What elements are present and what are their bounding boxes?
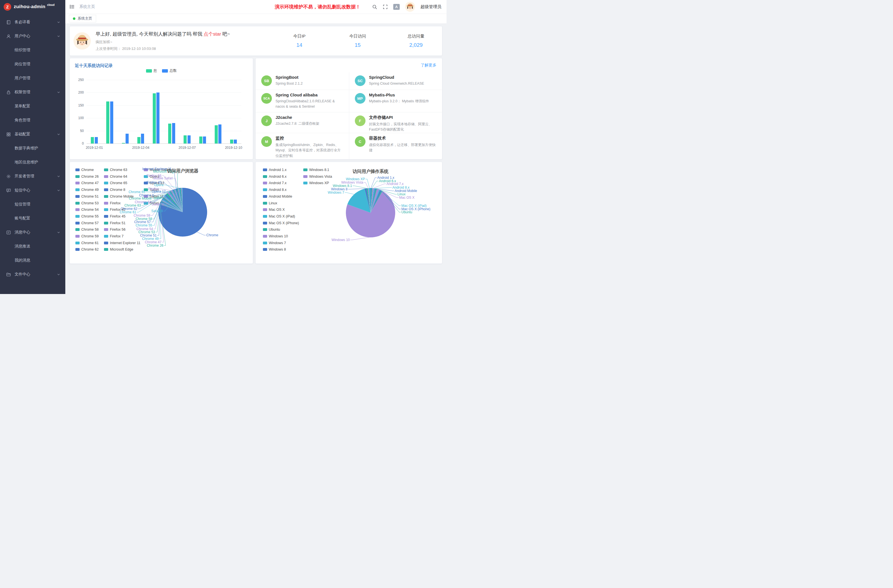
legend-item[interactable]: Chrome 57 — [75, 221, 99, 225]
legend-item[interactable]: Chrome Mobile — [104, 194, 134, 199]
legend-label: Safari 11 — [150, 194, 164, 199]
legend-item[interactable]: Chrome 63 — [104, 168, 127, 172]
legend-item[interactable]: Android Mobile — [263, 194, 292, 199]
sidebar-subitem[interactable]: 菜单配置 — [0, 99, 65, 113]
legend-swatch — [263, 215, 267, 218]
tech-item-text: J2cacheJ2cache2.7.8: 二级缓存框架 — [275, 115, 319, 131]
tab-home[interactable]: 系统主页 — [69, 15, 96, 23]
legend-item[interactable]: Windows Vista — [303, 174, 332, 179]
sidebar-subitem[interactable]: 账号配置 — [0, 211, 65, 226]
legend-item[interactable]: Chrome 65 — [104, 181, 127, 185]
logo[interactable]: Z zuihou-admin cloud — [0, 0, 65, 14]
legend-item[interactable]: Chrome 58 — [75, 227, 99, 232]
legend-item[interactable]: Windows XP — [303, 181, 329, 185]
sidebar-subitem[interactable]: 消息推送 — [0, 239, 65, 253]
legend-item[interactable]: Chrome 49 — [75, 188, 99, 192]
legend-item[interactable]: Chrome 62 — [75, 248, 99, 251]
sidebar-subitem[interactable]: 组织管理 — [0, 43, 65, 57]
stat-value[interactable]: 15 — [337, 42, 379, 48]
legend-label: Android 1.x — [269, 168, 286, 172]
tech-item-avatar: SCA — [261, 93, 272, 104]
learn-more-link[interactable]: 了解更多 — [421, 63, 436, 68]
legend-item[interactable]: Windows 8 — [263, 248, 286, 251]
legend-item[interactable]: Windows 8.1 — [303, 168, 329, 172]
sidebar-subitem[interactable]: 角色管理 — [0, 113, 65, 127]
sidebar-item[interactable]: 权限管理 — [0, 85, 65, 99]
sidebar-item[interactable]: 开发者管理 — [0, 169, 65, 183]
legend-item[interactable]: Firefox — [104, 201, 120, 205]
star-link[interactable]: 点个star — [203, 32, 221, 37]
user-icon — [6, 34, 11, 39]
sidebar-subitem[interactable]: 地区信息维护 — [0, 155, 65, 169]
bar — [95, 137, 98, 143]
legend-item[interactable]: Chrome 54 — [75, 208, 99, 212]
sidebar-item[interactable]: 文件中心 — [0, 268, 65, 281]
user-avatar[interactable] — [405, 2, 415, 12]
legend-item[interactable]: Chrome 8 — [104, 188, 125, 192]
sidebar-item[interactable]: 基础配置 — [0, 127, 65, 141]
last-login-label: 上次登录时间： — [96, 47, 121, 51]
gridline — [87, 131, 241, 131]
legend-item[interactable]: Windows 10 — [263, 234, 288, 238]
fullscreen-icon[interactable] — [383, 4, 388, 9]
legend-item[interactable]: Android 8.x — [263, 188, 286, 192]
legend-item[interactable]: Firefox 51 — [104, 221, 126, 225]
legend-item[interactable]: Chrome 55 — [75, 214, 99, 218]
legend-item[interactable]: Mac OS X (iPhone) — [263, 221, 299, 225]
sidebar-item[interactable]: 务必详看 — [0, 15, 65, 29]
legend-item[interactable]: Windows 7 — [263, 241, 286, 245]
legend-item[interactable]: Chrome 61 — [75, 241, 99, 245]
legend-item[interactable]: Chrome 53 — [75, 201, 99, 205]
sidebar-item[interactable]: 短信中心 — [0, 183, 65, 197]
sidebar-subitem[interactable]: 短信管理 — [0, 197, 65, 211]
legend-item[interactable]: Firefox 56 — [104, 227, 126, 232]
legend-item[interactable]: Chrome 26 — [75, 174, 99, 179]
legend-item[interactable]: Mac OS X (iPad) — [263, 214, 295, 218]
legend-item[interactable]: Chrome 59 — [75, 234, 99, 238]
legend-item[interactable]: Ubuntu — [263, 227, 280, 232]
svg-text:Ubuntu: Ubuntu — [401, 210, 412, 214]
sidebar-subitem[interactable]: 我的消息 — [0, 253, 65, 268]
legend-item[interactable]: Opera — [144, 174, 159, 179]
legend-item[interactable]: Chrome 47 — [75, 181, 99, 185]
last-login-value: 2019-12-10 10:03:08 — [122, 47, 156, 51]
legend-item[interactable]: Firefox 7 — [104, 234, 123, 238]
legend-item[interactable]: Chrome 51 — [75, 194, 99, 199]
legend-item[interactable]: Opera 12 — [144, 181, 164, 185]
sidebar-subitem[interactable]: 岗位管理 — [0, 57, 65, 71]
legend-swatch — [144, 195, 148, 198]
legend-item[interactable]: 您 — [146, 68, 157, 73]
font-size-icon[interactable]: A — [393, 4, 400, 10]
legend-item[interactable]: Android 7.x — [263, 181, 286, 185]
svg-text:Android 6.x: Android 6.x — [379, 179, 396, 183]
legend-item[interactable]: 总数 — [162, 68, 177, 73]
legend-item[interactable]: Chrome 64 — [104, 174, 127, 179]
tech-item-text: 容器技术虚拟化容器技术，让迁移、部署更加方便快捷 — [369, 136, 437, 158]
legend-item[interactable]: Safari 11 — [144, 194, 164, 199]
sidebar-toggle-icon[interactable] — [69, 4, 75, 9]
sidebar-item[interactable]: 消息中心 — [0, 226, 65, 239]
stat-value[interactable]: 14 — [278, 42, 320, 48]
legend-item[interactable]: Safari — [144, 188, 159, 192]
search-icon[interactable] — [372, 4, 377, 9]
legend-item[interactable]: Android 1.x — [263, 168, 286, 172]
username-label[interactable]: 超级管理员 — [421, 4, 442, 9]
legend-item[interactable]: Firefox 42 — [104, 208, 126, 212]
sidebar-item-label: 短信中心 — [15, 188, 57, 193]
legend-item[interactable]: Safari 9 — [144, 201, 162, 205]
sidebar-subitem[interactable]: 数据字典维护 — [0, 141, 65, 155]
legend-item[interactable]: Chrome — [75, 168, 94, 172]
legend-item[interactable]: Linux — [263, 201, 277, 205]
sidebar-item[interactable]: 用户中心 — [0, 29, 65, 43]
sidebar-subitem[interactable]: 用户管理 — [0, 71, 65, 85]
legend-swatch — [263, 248, 267, 251]
legend-item[interactable]: Mac OS X — [263, 208, 285, 212]
stats-panel: 今日IP14今日访问15总访问量2,029 — [278, 34, 439, 48]
legend-item[interactable]: Microsoft Edge — [104, 248, 133, 251]
legend-item[interactable]: Android 6.x — [263, 174, 286, 179]
legend-item[interactable]: Internet Explorer 11 — [104, 241, 140, 245]
legend-item[interactable]: Firefox 45 — [104, 214, 126, 218]
stat-value[interactable]: 2,029 — [395, 42, 437, 48]
svg-text:Windows 8: Windows 8 — [331, 187, 347, 191]
stat-label: 今日IP — [278, 34, 320, 39]
